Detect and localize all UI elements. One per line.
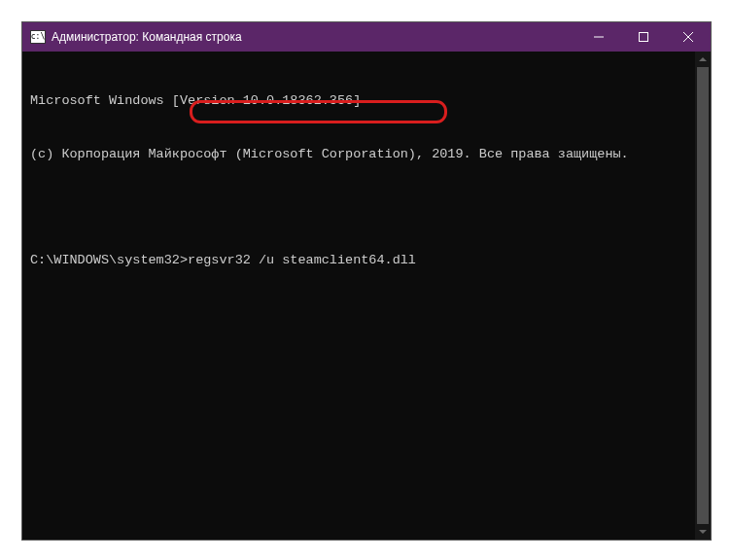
svg-marker-5 xyxy=(699,530,707,534)
scroll-up-arrow-icon[interactable] xyxy=(695,52,711,67)
window-controls xyxy=(576,22,711,52)
blank-line xyxy=(30,199,703,217)
prompt-path: C:\WINDOWS\system32> xyxy=(30,253,188,267)
window-title: Администратор: Командная строка xyxy=(52,30,576,44)
version-line: Microsoft Windows [Version 10.0.18362.35… xyxy=(30,92,703,110)
copyright-line: (c) Корпорация Майкрософт (Microsoft Cor… xyxy=(30,146,703,163)
svg-rect-1 xyxy=(640,33,648,42)
titlebar[interactable]: c:\ Администратор: Командная строка xyxy=(22,22,711,52)
terminal-output[interactable]: Microsoft Windows [Version 10.0.18362.35… xyxy=(22,52,711,540)
svg-marker-4 xyxy=(699,57,707,61)
scroll-down-arrow-icon[interactable] xyxy=(695,524,711,540)
prompt-line: C:\WINDOWS\system32>regsvr32 /u steamcli… xyxy=(30,252,703,269)
scrollbar-thumb[interactable] xyxy=(697,67,709,524)
cmd-icon: c:\ xyxy=(30,30,46,44)
typed-command: regsvr32 /u steamclient64.dll xyxy=(188,253,416,267)
scrollbar-track[interactable] xyxy=(695,67,711,524)
maximize-button[interactable] xyxy=(621,22,666,52)
minimize-button[interactable] xyxy=(576,22,621,52)
close-button[interactable] xyxy=(666,22,711,52)
vertical-scrollbar[interactable] xyxy=(695,52,711,540)
command-prompt-window: c:\ Администратор: Командная строка Micr… xyxy=(21,21,712,541)
